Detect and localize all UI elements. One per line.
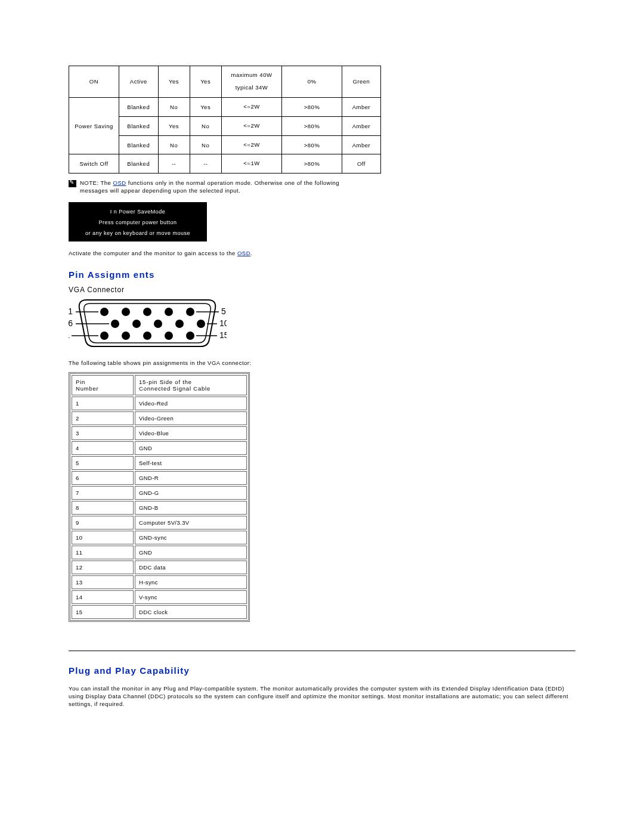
osd-link-2[interactable]: OSD <box>237 250 250 256</box>
power-mode-cell: ON <box>69 66 119 98</box>
svg-point-10 <box>100 332 109 340</box>
pin-number-cell: 9 <box>72 516 134 529</box>
svg-point-11 <box>122 332 130 340</box>
pin-desc-cell: GND-B <box>135 501 247 515</box>
table-row: 8GND-B <box>72 501 247 515</box>
power-cell-state: Blanked <box>119 116 158 135</box>
power-cell-state: Blanked <box>119 154 158 174</box>
pin-number-cell: 2 <box>72 411 134 425</box>
power-cell-consumption: <=2W <box>221 116 282 135</box>
pin-desc-cell: Self-test <box>135 456 247 470</box>
table-row: Power SavingBlankedNoYes<=2W>80%Amber <box>69 97 381 116</box>
pin-header-desc: 15-pin Side of theConnected Signal Cable <box>135 375 247 395</box>
table-row: 9Computer 5V/3.3V <box>72 516 247 529</box>
pin-number-cell: 15 <box>72 605 134 619</box>
table-row: 13H-sync <box>72 575 247 589</box>
power-mode-cell: Switch Off <box>69 154 119 174</box>
pin-table-intro: The following table shows pin assignment… <box>69 360 575 366</box>
pin-number-cell: 5 <box>72 456 134 470</box>
pin-number-cell: 11 <box>72 546 134 559</box>
svg-point-0 <box>100 308 109 316</box>
table-row: 1Video-Red <box>72 397 247 410</box>
svg-point-6 <box>132 320 141 328</box>
power-cell-consumption: <=2W <box>221 97 282 116</box>
pin-desc-cell: Computer 5V/3.3V <box>135 516 247 529</box>
note-icon <box>69 180 76 187</box>
pin-label-15: 15 <box>219 330 227 340</box>
power-cell-hsync: No <box>158 97 190 116</box>
table-row: 2Video-Green <box>72 411 247 425</box>
power-cell-led: Amber <box>342 135 380 154</box>
power-cell-led: Off <box>342 154 380 174</box>
pin-desc-cell: V-sync <box>135 590 247 604</box>
pin-desc-cell: DDC data <box>135 561 247 574</box>
power-cell-vsync: -- <box>190 154 221 174</box>
svg-point-8 <box>175 320 184 328</box>
pin-number-cell: 8 <box>72 501 134 515</box>
pin-desc-cell: H-sync <box>135 575 247 589</box>
pin-number-cell: 14 <box>72 590 134 604</box>
pin-number-cell: 4 <box>72 441 134 455</box>
power-cell-saving: 0% <box>282 66 342 98</box>
svg-point-3 <box>165 308 173 316</box>
power-cell-vsync: No <box>190 135 221 154</box>
activate-text: Activate the computer and the monitor to… <box>69 250 575 256</box>
pin-label-1: 1 <box>69 306 73 316</box>
vga-connector-diagram: 1 6 11 5 10 15 <box>69 298 227 351</box>
power-cell-led: Amber <box>342 97 380 116</box>
power-cell-vsync: Yes <box>190 97 221 116</box>
power-cell-saving: >80% <box>282 135 342 154</box>
note-block: NOTE: The OSD functions only in the norm… <box>69 179 575 195</box>
save-mode-line1: I n Power SaveMode <box>69 206 207 217</box>
svg-point-2 <box>143 308 151 316</box>
table-row: 15DDC clock <box>72 605 247 619</box>
pin-desc-cell: GND-sync <box>135 531 247 544</box>
note-text: NOTE: The OSD functions only in the norm… <box>80 179 354 195</box>
power-modes-table: ONActiveYesYesmaximum 40Wtypical 34W0%Gr… <box>69 66 381 174</box>
save-mode-line2: Press computer power button <box>69 217 207 228</box>
table-row: 11GND <box>72 546 247 559</box>
pin-number-cell: 12 <box>72 561 134 574</box>
pin-label-10: 10 <box>219 318 227 328</box>
power-cell-hsync: No <box>158 135 190 154</box>
power-cell-saving: >80% <box>282 116 342 135</box>
power-cell-consumption: <=1W <box>221 154 282 174</box>
pin-assignments-heading: Pin Assignm ents <box>69 270 575 280</box>
plug-and-play-text: You can install the monitor in any Plug … <box>69 685 575 708</box>
pin-desc-cell: GND <box>135 546 247 559</box>
note-prefix: NOTE: The <box>80 179 113 186</box>
pin-desc-cell: DDC clock <box>135 605 247 619</box>
pin-number-cell: 7 <box>72 486 134 500</box>
table-row: 14V-sync <box>72 590 247 604</box>
pin-desc-cell: GND <box>135 441 247 455</box>
table-row: 7GND-G <box>72 486 247 500</box>
power-cell-vsync: No <box>190 116 221 135</box>
activate-pre: Activate the computer and the monitor to… <box>69 250 237 256</box>
table-row: 3Video-Blue <box>72 426 247 440</box>
power-cell-hsync: -- <box>158 154 190 174</box>
pin-number-cell: 10 <box>72 531 134 544</box>
power-cell-hsync: Yes <box>158 116 190 135</box>
table-row: 4GND <box>72 441 247 455</box>
power-cell-state: Active <box>119 66 158 98</box>
osd-link-1[interactable]: OSD <box>113 179 126 186</box>
power-cell-state: Blanked <box>119 135 158 154</box>
save-mode-line3: or any key on keyboard or move mouse <box>69 228 207 239</box>
pin-desc-cell: Video-Green <box>135 411 247 425</box>
svg-point-5 <box>111 320 119 328</box>
table-row: 10GND-sync <box>72 531 247 544</box>
svg-point-13 <box>165 332 173 340</box>
pin-desc-cell: GND-R <box>135 471 247 485</box>
power-cell-hsync: Yes <box>158 66 190 98</box>
svg-point-7 <box>154 320 162 328</box>
pin-number-cell: 6 <box>72 471 134 485</box>
pin-desc-cell: Video-Blue <box>135 426 247 440</box>
pin-number-cell: 3 <box>72 426 134 440</box>
svg-point-14 <box>186 332 194 340</box>
table-row: Switch OffBlanked----<=1W>80%Off <box>69 154 381 174</box>
power-cell-consumption: <=2W <box>221 135 282 154</box>
vga-pin-table: PinNumber 15-pin Side of theConnected Si… <box>69 372 250 622</box>
section-divider <box>69 651 575 651</box>
pin-number-cell: 1 <box>72 397 134 410</box>
table-row: 5Self-test <box>72 456 247 470</box>
